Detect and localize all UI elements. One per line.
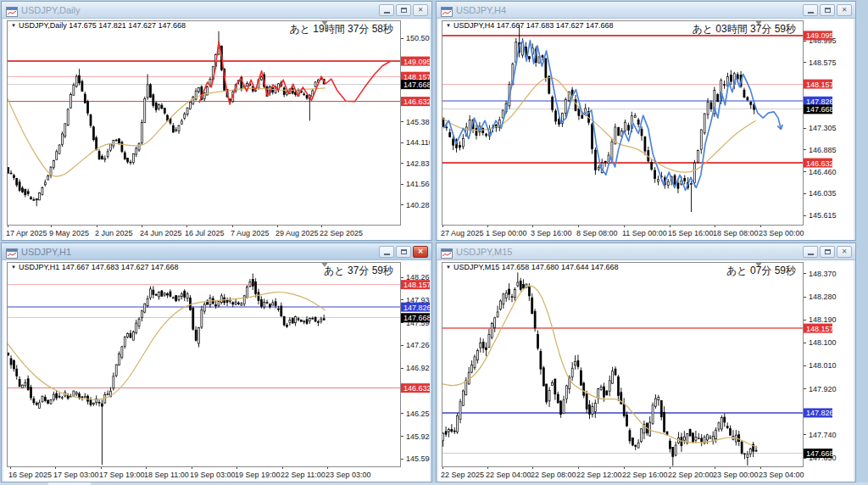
svg-text:147.668: 147.668 (806, 449, 834, 458)
chart-area[interactable]: 148.995148.575147.305146.885146.460146.0… (438, 19, 854, 240)
symbol-dropdown-icon[interactable]: ▼ (446, 265, 451, 270)
time-axis-label: 22 Sep 12:00 (576, 471, 622, 479)
chart-window-title: USDJPY,Daily (21, 5, 379, 15)
time-axis-label: 19 Sep 03:00 (190, 471, 236, 479)
price-axis-tick: 150.500 (406, 34, 430, 42)
time-axis-label: 11 Sep 00:00 (622, 229, 667, 237)
chart-window-titlebar[interactable]: USDJPY,H4 ✕ (437, 2, 855, 19)
chart-window-titlebar[interactable]: USDJPY,H1 ✕ (2, 243, 431, 260)
ohlc-info-text: USDJPY,M15 147.658 147.680 147.644 147.6… (453, 263, 619, 271)
symbol-dropdown-icon[interactable]: ▼ (446, 23, 451, 28)
ohlc-info-text: USDJPY,Daily 147.675 147.821 147.627 147… (19, 21, 186, 30)
svg-text:149.095: 149.095 (403, 58, 430, 66)
restore-button[interactable] (396, 4, 411, 16)
symbol-dropdown-icon[interactable]: ▼ (11, 265, 16, 270)
close-button[interactable]: ✕ (413, 246, 428, 258)
chart-window-title: USDJPY,H1 (21, 247, 379, 257)
svg-text:147.826: 147.826 (806, 409, 834, 417)
candle-countdown: あと 37分 59秒 (324, 264, 393, 278)
ohlc-info-text: USDJPY,H4 147.667 147.683 147.627 147.66… (453, 21, 614, 30)
candle-countdown: あと 19時間 37分 58秒 (289, 22, 393, 36)
chart-window: USDJPY,M15 ✕ 148.370148.280148.190148.10… (436, 242, 856, 482)
chart-area[interactable]: 148.265147.930147.595147.260146.925146.2… (3, 260, 430, 482)
minimize-button[interactable] (803, 246, 818, 258)
chart-window-icon (441, 5, 453, 15)
price-axis-tick: 146.925 (406, 364, 430, 372)
ohlc-info[interactable]: ▼USDJPY,H1 147.667 147.683 147.627 147.6… (11, 263, 178, 271)
time-axis-label: 16 Sep 2025 (8, 471, 52, 479)
chart-canvas[interactable]: 150.500145.385144.110142.835141.560140.2… (3, 19, 430, 240)
price-axis-tick: 146.460 (809, 168, 837, 176)
restore-button[interactable] (820, 4, 835, 16)
svg-text:147.826: 147.826 (403, 304, 430, 312)
chart-canvas[interactable]: 148.370148.280148.190148.100148.010147.9… (438, 260, 854, 482)
close-button[interactable]: ✕ (837, 246, 852, 258)
svg-text:148.157: 148.157 (806, 325, 834, 333)
chart-canvas[interactable]: 148.265147.930147.595147.260146.925146.2… (3, 260, 430, 482)
time-axis-label: 23 Sep 00:00 (759, 229, 804, 237)
ohlc-info-text: USDJPY,H1 147.667 147.683 147.627 147.66… (19, 263, 179, 271)
time-axis-label: 22 Sep 04:00 (486, 471, 531, 479)
time-axis-label: 22 Sep 20:00 (668, 471, 714, 479)
price-axis-tick: 146.885 (809, 146, 837, 154)
chart-area[interactable]: 148.370148.280148.190148.100148.010147.9… (438, 260, 854, 482)
price-axis-tick: 145.385 (406, 118, 430, 126)
price-axis-tick: 148.280 (809, 293, 837, 301)
time-axis-label: 3 Sep 16:00 (531, 229, 572, 237)
time-axis-label: 24 Jun 2025 (140, 229, 182, 237)
chart-window: USDJPY,H4 ✕ 148.995148.575147.305146.885… (436, 1, 856, 241)
mdi-workspace: USDJPY,Daily ✕ 150.500145.385144.110142.… (0, 0, 868, 485)
price-axis-tick: 148.010 (809, 361, 837, 370)
time-axis-label: 27 Aug 2025 (441, 229, 484, 237)
time-axis-label: 18 Sep 11:00 (144, 471, 189, 479)
price-axis-tick: 140.285 (406, 201, 430, 209)
price-axis-tick: 144.110 (406, 138, 430, 147)
price-axis-tick: 147.920 (809, 385, 837, 393)
ohlc-info[interactable]: ▼USDJPY,Daily 147.675 147.821 147.627 14… (11, 21, 186, 30)
chart-window-title: USDJPY,M15 (456, 247, 803, 257)
chart-window-icon (441, 247, 453, 257)
ohlc-info[interactable]: ▼USDJPY,H4 147.667 147.683 147.627 147.6… (446, 21, 613, 30)
time-axis-label: 7 Aug 2025 (231, 229, 270, 237)
restore-button[interactable] (396, 246, 411, 258)
price-axis-tick: 141.560 (406, 180, 430, 188)
close-button[interactable]: ✕ (837, 4, 852, 16)
price-axis-tick: 146.255 (406, 410, 430, 418)
svg-text:146.632: 146.632 (806, 159, 834, 168)
time-axis-label: 18 Sep 08:00 (713, 229, 759, 237)
chart-window-titlebar[interactable]: USDJPY,M15 ✕ (437, 243, 855, 260)
chart-area[interactable]: 150.500145.385144.110142.835141.560140.2… (3, 19, 430, 240)
time-axis-label: 16 Jul 2025 (185, 229, 225, 237)
chart-window-icon (6, 247, 18, 257)
svg-text:147.668: 147.668 (403, 81, 430, 89)
close-button[interactable]: ✕ (413, 4, 428, 16)
time-axis-label: 8 Sep 08:00 (576, 229, 618, 237)
chart-window: USDJPY,H1 ✕ 148.265147.930147.595147.260… (1, 242, 432, 482)
price-axis-tick: 148.100 (809, 338, 837, 347)
time-axis-label: 29 Aug 2025 (275, 229, 319, 237)
symbol-dropdown-icon[interactable]: ▼ (11, 23, 16, 28)
svg-text:147.668: 147.668 (403, 314, 430, 322)
chart-canvas[interactable]: 148.995148.575147.305146.885146.460146.0… (438, 19, 854, 240)
time-axis-label: 2 Jun 2025 (95, 229, 133, 237)
time-axis-label: 23 Sep 04:00 (759, 471, 804, 479)
minimize-button[interactable] (803, 4, 818, 16)
price-axis-tick: 145.615 (809, 211, 837, 220)
time-axis-label: 15 Sep 16:00 (668, 229, 714, 237)
ohlc-info[interactable]: ▼USDJPY,M15 147.658 147.680 147.644 147.… (446, 263, 618, 271)
restore-button[interactable] (820, 246, 835, 258)
svg-text:147.826: 147.826 (806, 98, 834, 106)
svg-text:146.632: 146.632 (403, 384, 430, 393)
time-axis-label: 17 Sep 03:00 (53, 471, 99, 479)
time-axis-label: 9 May 2025 (49, 229, 89, 237)
chart-window-titlebar[interactable]: USDJPY,Daily ✕ (2, 2, 431, 19)
chart-window-icon (6, 5, 18, 15)
chart-window: USDJPY,Daily ✕ 150.500145.385144.110142.… (1, 1, 432, 241)
svg-text:147.668: 147.668 (806, 105, 834, 114)
svg-text:148.157: 148.157 (403, 281, 430, 289)
time-axis-label: 23 Sep 00:00 (713, 471, 759, 479)
price-axis-tick: 148.370 (809, 270, 837, 278)
minimize-button[interactable] (379, 246, 394, 258)
price-axis-tick: 145.590 (406, 454, 430, 463)
minimize-button[interactable] (379, 4, 394, 16)
